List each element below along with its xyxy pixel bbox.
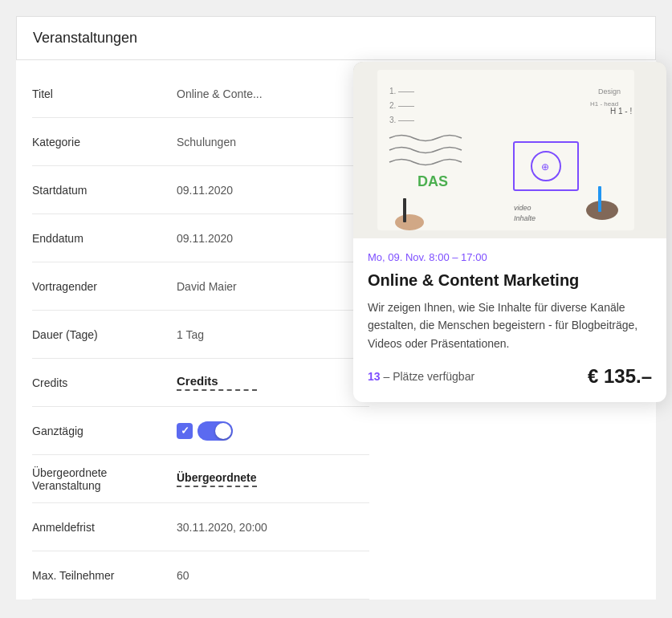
label-max-teilnehmer: Max. Teilnehmer — [32, 569, 177, 582]
credits-input[interactable] — [177, 374, 257, 391]
svg-point-15 — [586, 201, 618, 220]
card-footer: 13 – Plätze verfügbar € 135.– — [368, 365, 652, 388]
page-header: Veranstaltungen — [16, 16, 656, 60]
svg-text:⊕: ⊕ — [541, 161, 549, 173]
value-startdatum: 09.11.2020 — [177, 184, 369, 197]
value-anmeldefrist: 30.11.2020, 20:00 — [177, 521, 369, 534]
toggle-thumb — [215, 423, 231, 439]
value-uebergeordnete[interactable]: Übergeordnete — [177, 471, 257, 487]
card-description: Wir zeigen Ihnen, wie Sie Inhalte für di… — [368, 299, 652, 352]
form-row-startdatum: Startdatum 09.11.2020 — [32, 166, 369, 214]
label-enddatum: Enddatum — [32, 232, 177, 245]
form-row-enddatum: Enddatum 09.11.2020 — [32, 214, 369, 262]
svg-text:video: video — [514, 204, 531, 212]
form-row-credits: Credits — [32, 359, 369, 407]
form-table: Titel Online & Conte... Kategorie Schulu… — [32, 70, 369, 600]
label-uebergeordnete: Übergeordnete Veranstaltung — [32, 466, 177, 492]
preview-card: 1. —— 2. —— 3. —— DAS ⊕ Design — [353, 62, 666, 402]
label-credits: Credits — [32, 376, 177, 389]
spots-label: – Plätze verfügbar — [383, 370, 474, 383]
form-row-kategorie: Kategorie Schulungen — [32, 118, 369, 166]
form-row-ganztaegig: Ganztägig ✓ — [32, 407, 369, 455]
svg-rect-16 — [598, 186, 601, 212]
page-wrapper: Veranstaltungen Titel Online & Conte... … — [16, 16, 656, 600]
form-row-uebergeordnete: Übergeordnete Veranstaltung Übergeordnet… — [32, 455, 369, 503]
form-row-titel: Titel Online & Conte... — [32, 70, 369, 118]
svg-text:3. ——: 3. —— — [389, 116, 414, 124]
ganztaegig-toggle[interactable] — [198, 421, 233, 441]
svg-rect-14 — [403, 198, 406, 222]
label-titel: Titel — [32, 87, 177, 100]
label-kategorie: Kategorie — [32, 136, 177, 148]
svg-text:1. ——: 1. —— — [389, 87, 414, 96]
value-vortragender: David Maier — [177, 280, 369, 293]
card-date: Mo, 09. Nov. 8:00 – 17:00 — [368, 251, 652, 263]
label-dauer: Dauer (Tage) — [32, 328, 177, 341]
label-vortragender: Vortragender — [32, 280, 177, 293]
form-row-dauer: Dauer (Tage) 1 Tag — [32, 311, 369, 359]
card-price: € 135.– — [588, 365, 652, 388]
card-title: Online & Content Marketing — [368, 270, 652, 291]
svg-text:DAS: DAS — [417, 173, 448, 189]
toggle-wrapper: ✓ — [177, 421, 233, 441]
form-row-max-teilnehmer: Max. Teilnehmer 60 — [32, 551, 369, 600]
value-kategorie: Schulungen — [177, 136, 369, 148]
form-row-vortragender: Vortragender David Maier — [32, 262, 369, 311]
card-spots: 13 – Plätze verfügbar — [368, 370, 474, 383]
page-title: Veranstaltungen — [33, 30, 639, 47]
main-content: Titel Online & Conte... Kategorie Schulu… — [16, 70, 656, 600]
label-anmeldefrist: Anmeldefrist — [32, 521, 177, 534]
card-body: Mo, 09. Nov. 8:00 – 17:00 Online & Conte… — [353, 238, 666, 402]
svg-text:2. ——: 2. —— — [389, 101, 414, 110]
svg-text:Design: Design — [598, 87, 621, 96]
svg-point-13 — [395, 214, 424, 230]
toggle-check-icon: ✓ — [177, 423, 193, 439]
spots-count: 13 — [368, 370, 381, 383]
value-titel: Online & Conte... — [177, 87, 369, 100]
form-row-anmeldefrist: Anmeldefrist 30.11.2020, 20:00 — [32, 503, 369, 551]
card-image: 1. —— 2. —— 3. —— DAS ⊕ Design — [353, 62, 666, 238]
value-enddatum: 09.11.2020 — [177, 232, 369, 245]
svg-text:H 1 - !: H 1 - ! — [610, 107, 632, 116]
label-startdatum: Startdatum — [32, 184, 177, 197]
svg-text:Inhalte: Inhalte — [514, 214, 536, 222]
value-max-teilnehmer: 60 — [177, 569, 369, 582]
label-ganztaegig: Ganztägig — [32, 425, 177, 437]
value-dauer: 1 Tag — [177, 328, 369, 341]
